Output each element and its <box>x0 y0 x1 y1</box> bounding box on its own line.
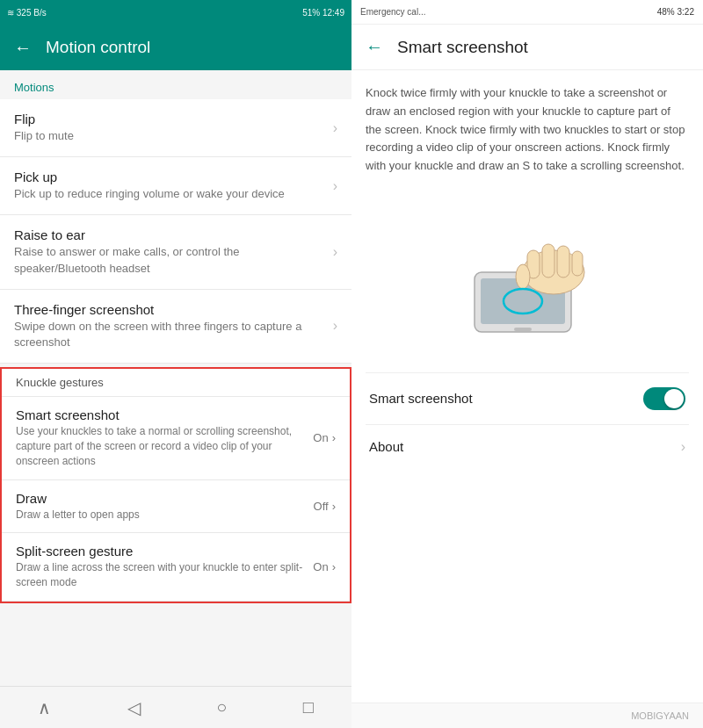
raise-chevron-icon: › <box>333 244 337 260</box>
three-finger-title: Three-finger screenshot <box>14 302 326 317</box>
smart-screenshot-content: Smart screenshot Use your knuckles to ta… <box>16 407 306 468</box>
svg-rect-6 <box>557 246 569 278</box>
settings-item-raise[interactable]: Raise to ear Raise to answer or make cal… <box>0 215 352 289</box>
split-screen-title: Split-screen gesture <box>16 544 306 559</box>
status-right-icons: 51% 12:49 <box>302 8 344 18</box>
emergency-call-text: Emergency cal... <box>360 7 425 17</box>
draw-title: Draw <box>16 491 307 506</box>
pickup-desc: Pick up to reduce ringing volume or wake… <box>14 186 326 202</box>
nav-back-icon[interactable]: ∧ <box>38 697 51 718</box>
illustration-area <box>366 193 689 351</box>
right-content: Knock twice firmly with your knuckle to … <box>352 70 703 703</box>
toolbar-left: ← Motion control <box>0 25 352 70</box>
raise-title: Raise to ear <box>14 227 326 242</box>
description-text: Knock twice firmly with your knuckle to … <box>366 84 689 176</box>
flip-chevron-icon: › <box>333 120 337 136</box>
back-button-left[interactable]: ← <box>14 38 32 58</box>
smart-screenshot-chevron-icon: › <box>332 431 336 444</box>
three-finger-chevron-icon: › <box>333 318 337 334</box>
smart-screenshot-title: Smart screenshot <box>16 407 306 422</box>
about-label: About <box>369 439 403 454</box>
toolbar-right: ← Smart screenshot <box>352 25 703 70</box>
split-screen-value: On <box>313 560 328 573</box>
status-left-icons: ≋ 325 B/s <box>7 8 47 18</box>
pickup-title: Pick up <box>14 169 326 184</box>
flip-title: Flip <box>14 112 326 126</box>
knuckle-item-split-screen[interactable]: Split-screen gesture Draw a line across … <box>2 533 350 602</box>
settings-item-flip[interactable]: Flip Flip to mute › <box>0 99 352 157</box>
settings-item-three-finger[interactable]: Three-finger screenshot Swipe down on th… <box>0 290 352 364</box>
nav-home-icon[interactable]: ◁ <box>127 697 141 718</box>
split-screen-right: On › <box>313 560 336 573</box>
smart-screenshot-toggle-label: Smart screenshot <box>369 391 473 406</box>
split-screen-chevron-icon: › <box>332 560 336 573</box>
split-screen-content: Split-screen gesture Draw a line across … <box>16 544 306 590</box>
svg-rect-7 <box>572 251 583 276</box>
left-panel: ≋ 325 B/s 51% 12:49 ← Motion control Mot… <box>0 0 352 728</box>
smart-screenshot-toggle-row: Smart screenshot <box>366 372 689 424</box>
page-title-right: Smart screenshot <box>397 38 528 57</box>
draw-content: Draw Draw a letter to open apps <box>16 491 307 523</box>
flip-content: Flip Flip to mute <box>14 112 326 144</box>
knuckle-header: Knuckle gestures <box>2 369 350 397</box>
settings-item-pickup[interactable]: Pick up Pick up to reduce ringing volume… <box>0 157 352 215</box>
motions-header: Motions <box>0 70 352 99</box>
toggle-knob <box>664 389 684 408</box>
status-right-right-icons: 48% 3:22 <box>657 7 694 17</box>
smart-screenshot-value: On <box>313 431 328 444</box>
split-screen-desc: Draw a line across the screen with your … <box>16 560 306 590</box>
nav-square-icon[interactable]: □ <box>303 697 314 717</box>
nav-bar-left: ∧ ◁ ○ □ <box>0 686 352 728</box>
draw-value: Off <box>314 500 329 513</box>
flip-desc: Flip to mute <box>14 128 326 144</box>
raise-content: Raise to ear Raise to answer or make cal… <box>14 227 326 276</box>
draw-desc: Draw a letter to open apps <box>16 508 307 523</box>
three-finger-content: Three-finger screenshot Swipe down on th… <box>14 302 326 350</box>
draw-chevron-icon: › <box>332 500 336 513</box>
about-chevron-icon: › <box>681 439 685 455</box>
right-panel: Emergency cal... 48% 3:22 ← Smart screen… <box>352 0 703 728</box>
watermark: MOBIGYAAN <box>352 703 703 728</box>
back-button-right[interactable]: ← <box>366 37 383 57</box>
smart-screenshot-desc: Use your knuckles to take a normal or sc… <box>16 424 306 468</box>
status-bar-right: Emergency cal... 48% 3:22 <box>352 0 703 25</box>
knuckle-illustration <box>422 202 633 342</box>
pickup-chevron-icon: › <box>333 178 337 194</box>
smart-screenshot-right: On › <box>313 431 336 444</box>
status-bar-left: ≋ 325 B/s 51% 12:49 <box>0 0 352 25</box>
nav-circle-icon[interactable]: ○ <box>216 697 227 717</box>
about-row[interactable]: About › <box>366 424 689 469</box>
svg-rect-5 <box>542 244 554 278</box>
page-title-left: Motion control <box>46 38 150 57</box>
knuckle-section: Knuckle gestures Smart screenshot Use yo… <box>0 367 352 603</box>
knuckle-item-smart-screenshot[interactable]: Smart screenshot Use your knuckles to ta… <box>2 397 350 479</box>
settings-list: Motions Flip Flip to mute › Pick up Pick… <box>0 70 352 686</box>
three-finger-desc: Swipe down on the screen with three fing… <box>14 319 326 350</box>
svg-rect-2 <box>514 328 532 331</box>
draw-right: Off › <box>314 500 336 513</box>
knuckle-item-draw[interactable]: Draw Draw a letter to open apps Off › <box>2 480 350 534</box>
raise-desc: Raise to answer or make calls, or contro… <box>14 244 326 276</box>
smart-screenshot-toggle[interactable] <box>643 387 685 410</box>
pickup-content: Pick up Pick up to reduce ringing volume… <box>14 169 326 202</box>
svg-point-8 <box>516 264 530 289</box>
